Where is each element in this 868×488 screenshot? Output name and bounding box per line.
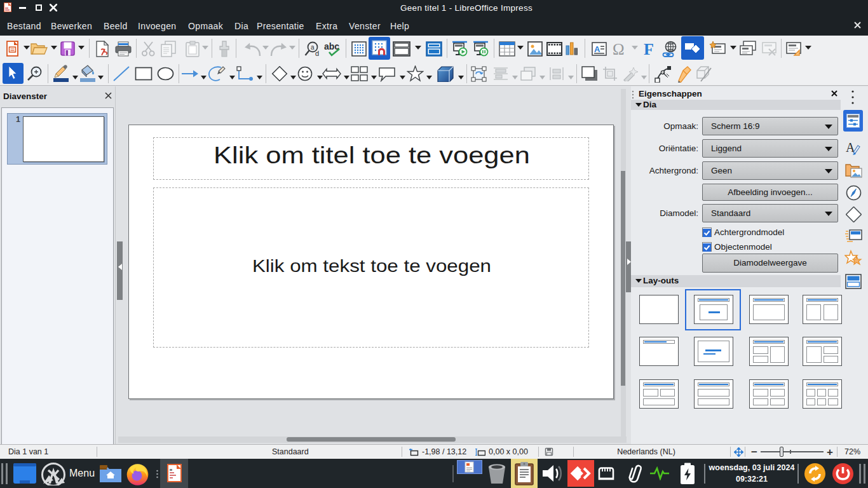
- svg-text:F: F: [644, 41, 654, 57]
- svg-text:A: A: [594, 44, 600, 54]
- svg-text:Ω: Ω: [613, 41, 625, 57]
- svg-text:a: a: [311, 44, 315, 51]
- svg-text:d: d: [315, 50, 319, 57]
